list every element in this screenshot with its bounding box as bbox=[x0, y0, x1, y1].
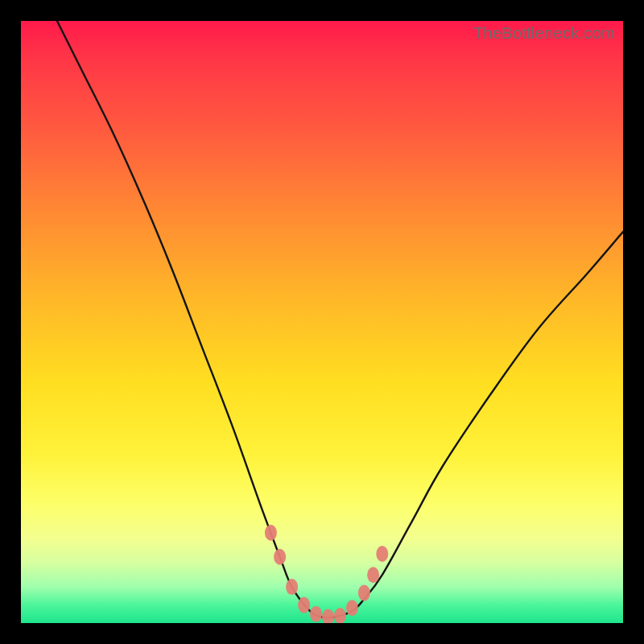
marker-dot bbox=[310, 606, 322, 622]
marker-dot bbox=[334, 608, 346, 623]
marker-dot bbox=[376, 546, 388, 562]
marker-dot bbox=[358, 585, 370, 601]
watermark-text: TheBottleneck.com bbox=[473, 24, 615, 43]
curve-layer bbox=[21, 21, 623, 623]
marker-dot bbox=[274, 549, 286, 565]
marker-dot bbox=[286, 579, 298, 595]
sweet-spot-markers bbox=[265, 525, 388, 623]
marker-dot bbox=[265, 525, 277, 541]
bottleneck-curve bbox=[57, 21, 623, 618]
marker-dot bbox=[298, 597, 310, 613]
marker-dot bbox=[346, 600, 358, 616]
plot-area: TheBottleneck.com bbox=[21, 21, 623, 623]
marker-dot bbox=[367, 567, 379, 583]
chart-frame: TheBottleneck.com bbox=[0, 0, 644, 644]
marker-dot bbox=[322, 609, 334, 624]
